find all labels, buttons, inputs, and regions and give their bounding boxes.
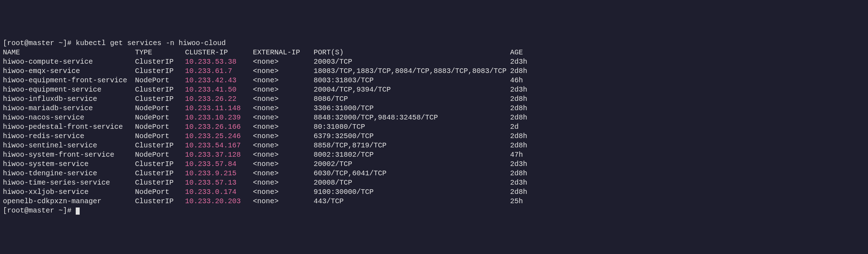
service-name: hiwoo-influxdb-service: [3, 94, 135, 104]
service-ports: 443/TCP: [314, 197, 510, 206]
service-type: ClusterIP: [135, 169, 185, 178]
service-type: ClusterIP: [135, 160, 185, 169]
header-ports: PORT(S): [314, 48, 510, 57]
service-name: hiwoo-redis-service: [3, 132, 135, 141]
service-age: 2d3h: [510, 178, 527, 187]
service-age: 2d8h: [510, 169, 527, 178]
service-ports: 8086/TCP: [314, 94, 510, 104]
header-type: TYPE: [135, 48, 185, 57]
table-row: hiwoo-compute-serviceClusterIP10.233.53.…: [3, 57, 865, 67]
service-name: hiwoo-pedestal-front-service: [3, 122, 135, 132]
service-clusterip: 10.233.42.43: [185, 76, 253, 85]
service-clusterip: 10.233.20.203: [185, 197, 253, 206]
service-externalip: <none>: [253, 67, 314, 76]
service-age: 2d8h: [510, 141, 527, 150]
service-ports: 20002/TCP: [314, 160, 510, 169]
service-ports: 8003:31803/TCP: [314, 76, 510, 85]
service-ports: 8002:31802/TCP: [314, 150, 510, 160]
service-type: NodePort: [135, 187, 185, 197]
service-externalip: <none>: [253, 113, 314, 122]
service-externalip: <none>: [253, 160, 314, 169]
header-externalip: EXTERNAL-IP: [253, 48, 314, 57]
table-row: hiwoo-system-serviceClusterIP10.233.57.8…: [3, 160, 865, 169]
service-externalip: <none>: [253, 122, 314, 132]
service-name: hiwoo-nacos-service: [3, 113, 135, 122]
service-externalip: <none>: [253, 150, 314, 160]
service-type: NodePort: [135, 104, 185, 113]
service-type: ClusterIP: [135, 141, 185, 150]
service-externalip: <none>: [253, 85, 314, 94]
table-row: hiwoo-mariadb-serviceNodePort10.233.11.1…: [3, 104, 865, 113]
service-type: NodePort: [135, 132, 185, 141]
service-name: hiwoo-time-series-service: [3, 178, 135, 187]
service-name: openelb-cdkpxzn-manager: [3, 197, 135, 206]
service-age: 2d3h: [510, 85, 527, 94]
service-name: hiwoo-compute-service: [3, 57, 135, 67]
service-age: 2d8h: [510, 104, 527, 113]
service-clusterip: 10.233.41.50: [185, 85, 253, 94]
service-age: 2d8h: [510, 132, 527, 141]
header-name: NAME: [3, 48, 135, 57]
service-type: ClusterIP: [135, 197, 185, 206]
table-row: hiwoo-tdengine-serviceClusterIP10.233.9.…: [3, 169, 865, 178]
service-name: hiwoo-system-service: [3, 160, 135, 169]
service-name: hiwoo-equipment-front-service: [3, 76, 135, 85]
service-age: 2d3h: [510, 57, 527, 67]
service-name: hiwoo-mariadb-service: [3, 104, 135, 113]
service-clusterip: 10.233.9.215: [185, 169, 253, 178]
service-age: 2d8h: [510, 113, 527, 122]
table-row: hiwoo-influxdb-serviceClusterIP10.233.26…: [3, 94, 865, 104]
table-row: hiwoo-emqx-serviceClusterIP10.233.61.7<n…: [3, 67, 865, 76]
service-externalip: <none>: [253, 76, 314, 85]
cursor[interactable]: [76, 207, 80, 215]
service-age: 2d8h: [510, 67, 527, 76]
table-row: hiwoo-equipment-front-serviceNodePort10.…: [3, 76, 865, 85]
service-externalip: <none>: [253, 141, 314, 150]
service-ports: 20003/TCP: [314, 57, 510, 67]
service-age: 2d8h: [510, 94, 527, 104]
service-clusterip: 10.233.0.174: [185, 187, 253, 197]
service-clusterip: 10.233.54.167: [185, 141, 253, 150]
service-ports: 9100:30000/TCP: [314, 187, 510, 197]
table-row: hiwoo-sentinel-serviceClusterIP10.233.54…: [3, 141, 865, 150]
service-externalip: <none>: [253, 132, 314, 141]
service-type: NodePort: [135, 150, 185, 160]
table-row: hiwoo-system-front-serviceNodePort10.233…: [3, 150, 865, 160]
service-name: hiwoo-system-front-service: [3, 150, 135, 160]
table-header: NAMETYPECLUSTER-IPEXTERNAL-IPPORT(S)AGE: [3, 48, 865, 57]
table-row: hiwoo-time-series-serviceClusterIP10.233…: [3, 178, 865, 187]
service-type: ClusterIP: [135, 67, 185, 76]
service-type: ClusterIP: [135, 85, 185, 94]
table-row: hiwoo-xxljob-serviceNodePort10.233.0.174…: [3, 187, 865, 197]
shell-prompt: [root@master ~]#: [3, 39, 76, 47]
service-age: 2d: [510, 122, 519, 132]
service-name: hiwoo-emqx-service: [3, 67, 135, 76]
service-ports: 20004/TCP,9394/TCP: [314, 85, 510, 94]
terminal-output: [root@master ~]# kubectl get services -n…: [3, 39, 865, 215]
service-ports: 8848:32000/TCP,9848:32458/TCP: [314, 113, 510, 122]
service-externalip: <none>: [253, 104, 314, 113]
service-clusterip: 10.233.53.38: [185, 57, 253, 67]
service-type: ClusterIP: [135, 178, 185, 187]
service-clusterip: 10.233.10.239: [185, 113, 253, 122]
service-ports: 6379:32500/TCP: [314, 132, 510, 141]
service-ports: 3306:31000/TCP: [314, 104, 510, 113]
service-ports: 18083/TCP,1883/TCP,8084/TCP,8883/TCP,808…: [314, 67, 510, 76]
service-ports: 6030/TCP,6041/TCP: [314, 169, 510, 178]
service-externalip: <none>: [253, 197, 314, 206]
service-clusterip: 10.233.25.246: [185, 132, 253, 141]
service-age: 47h: [510, 150, 523, 160]
service-type: ClusterIP: [135, 57, 185, 67]
service-age: 25h: [510, 197, 523, 206]
service-ports: 20008/TCP: [314, 178, 510, 187]
service-clusterip: 10.233.57.84: [185, 160, 253, 169]
service-clusterip: 10.233.37.128: [185, 150, 253, 160]
service-type: ClusterIP: [135, 94, 185, 104]
service-clusterip: 10.233.26.166: [185, 122, 253, 132]
service-externalip: <none>: [253, 94, 314, 104]
service-type: NodePort: [135, 76, 185, 85]
service-clusterip: 10.233.61.7: [185, 67, 253, 76]
service-type: NodePort: [135, 122, 185, 132]
table-row: hiwoo-pedestal-front-serviceNodePort10.2…: [3, 122, 865, 132]
service-externalip: <none>: [253, 57, 314, 67]
